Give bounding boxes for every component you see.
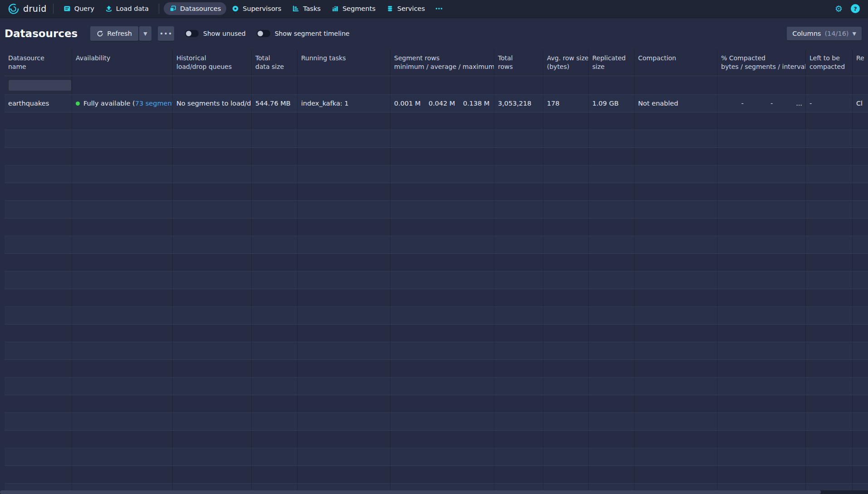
chevron-down-icon: ▼ xyxy=(143,31,147,37)
help-icon[interactable]: ? xyxy=(851,4,860,13)
columns-button[interactable]: Columns (14/16) ▼ xyxy=(787,27,862,40)
table-row-empty xyxy=(5,148,868,165)
empty-cell xyxy=(806,324,853,342)
columns-button-label: Columns xyxy=(792,30,821,37)
table-header-row: DatasourcenameAvailabilityHistoricalload… xyxy=(5,50,868,76)
column-header[interactable]: Avg. row size(bytes) xyxy=(543,50,589,76)
filter-cell-empty xyxy=(173,76,252,94)
empty-cell xyxy=(72,183,173,200)
empty-cell xyxy=(634,466,717,483)
empty-cell xyxy=(543,431,589,448)
column-header[interactable]: Compaction xyxy=(634,50,717,76)
column-header[interactable]: Availability xyxy=(72,50,173,76)
show-unused-switch[interactable] xyxy=(185,30,199,37)
nav-item-services[interactable]: Services xyxy=(381,2,430,15)
eye-icon xyxy=(232,5,239,12)
table-row-earthquakes[interactable]: earthquakes Fully available (73 segments… xyxy=(5,95,868,112)
empty-cell xyxy=(297,183,390,200)
column-header[interactable]: Segment rowsminimum / average / maximum xyxy=(390,50,494,76)
refresh-dropdown-button[interactable]: ▼ xyxy=(139,26,151,41)
horizontal-scrollbar-thumb[interactable] xyxy=(0,490,821,494)
empty-cell xyxy=(717,112,806,130)
filter-cell-empty xyxy=(297,76,390,94)
empty-cell xyxy=(543,130,589,147)
empty-cell xyxy=(297,448,390,465)
show-segment-timeline-toggle-group: Show segment timeline xyxy=(257,30,350,37)
nav-item-label: Load data xyxy=(116,5,149,12)
empty-cell xyxy=(853,148,868,165)
nav-item-supervisors[interactable]: Supervisors xyxy=(226,2,287,15)
empty-cell xyxy=(173,360,252,377)
empty-cell xyxy=(494,431,543,448)
empty-cell xyxy=(5,254,72,271)
empty-cell xyxy=(72,289,173,306)
toggle-label: Show segment timeline xyxy=(275,30,350,37)
nav-item-load-data[interactable]: Load data xyxy=(100,2,154,15)
horizontal-scrollbar[interactable] xyxy=(0,490,868,494)
empty-cell xyxy=(72,218,173,236)
column-header[interactable]: Left to becompacted xyxy=(806,50,853,76)
empty-cell xyxy=(717,378,806,395)
total-rows-value: 3,053,218 xyxy=(498,100,532,107)
segment-rows-max: 0.138 M xyxy=(459,100,494,107)
settings-gear-icon[interactable]: ⚙ xyxy=(830,5,847,13)
filter-cell-empty xyxy=(494,76,543,94)
refresh-icon xyxy=(97,30,103,37)
empty-cell xyxy=(252,307,297,324)
empty-cell xyxy=(494,413,543,430)
empty-cell xyxy=(252,218,297,236)
filter-cell xyxy=(5,76,72,94)
table-row-empty xyxy=(5,395,868,413)
column-header[interactable]: Datasourcename xyxy=(5,50,72,76)
column-header[interactable]: Running tasks xyxy=(297,50,390,76)
nav-item-segments[interactable]: Segments xyxy=(326,2,381,15)
more-actions-button[interactable]: ••• xyxy=(158,26,174,41)
empty-cell xyxy=(390,201,494,218)
column-header[interactable]: % Compactedbytes / segments / intervals xyxy=(717,50,806,76)
empty-cell xyxy=(72,307,173,324)
brand-name: druid xyxy=(23,4,47,14)
empty-cell xyxy=(853,130,868,147)
nav-item-query[interactable]: Query xyxy=(58,2,100,15)
table-row-empty xyxy=(5,254,868,271)
segments-link[interactable]: 73 segments xyxy=(135,100,173,107)
empty-cell xyxy=(543,201,589,218)
column-header[interactable]: Replicatedsize xyxy=(589,50,634,76)
empty-cell xyxy=(543,165,589,183)
empty-cell xyxy=(72,378,173,395)
filter-cell-empty xyxy=(252,76,297,94)
show-segment-timeline-switch[interactable] xyxy=(257,30,270,37)
nav-item-datasources[interactable]: Datasources xyxy=(164,2,226,15)
empty-cell xyxy=(494,378,543,395)
datasource-name-cell[interactable]: earthquakes xyxy=(5,95,72,112)
column-header[interactable]: Totaldata size xyxy=(252,50,297,76)
empty-cell xyxy=(5,307,72,324)
empty-cell xyxy=(252,130,297,147)
nav-more-button[interactable] xyxy=(430,2,448,15)
filter-cell-empty xyxy=(390,76,494,94)
column-header[interactable]: Totalrows xyxy=(494,50,543,76)
column-header-label: Segment rowsminimum / average / maximum xyxy=(394,50,490,71)
empty-cell xyxy=(173,395,252,412)
empty-cell xyxy=(589,360,634,377)
druid-logo[interactable]: druid xyxy=(5,3,49,15)
empty-cell xyxy=(252,342,297,359)
table-row-empty xyxy=(5,466,868,484)
empty-cell xyxy=(72,130,173,147)
empty-cell xyxy=(252,448,297,465)
empty-cell xyxy=(717,201,806,218)
empty-cell xyxy=(297,130,390,147)
empty-cell xyxy=(543,148,589,165)
column-header[interactable]: Historicalload/drop queues xyxy=(173,50,252,76)
refresh-button[interactable]: Refresh xyxy=(90,26,138,41)
empty-cell xyxy=(72,395,173,412)
nav-item-tasks[interactable]: Tasks xyxy=(287,2,326,15)
column-header[interactable]: Re xyxy=(853,50,868,76)
datasource-name-filter-input[interactable] xyxy=(8,79,72,91)
empty-cell xyxy=(173,413,252,430)
empty-cell xyxy=(543,448,589,465)
empty-cell xyxy=(853,112,868,130)
table-row-empty xyxy=(5,431,868,448)
empty-cell xyxy=(589,271,634,289)
empty-cell xyxy=(297,112,390,130)
